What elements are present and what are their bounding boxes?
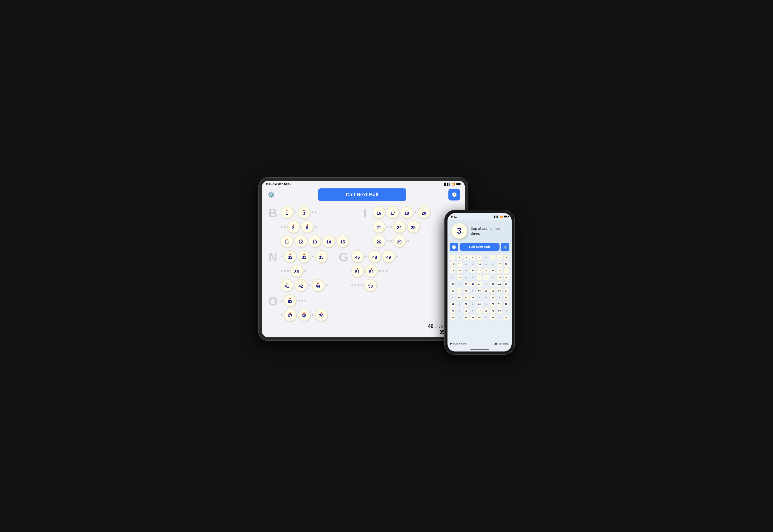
ball-11: B11	[281, 235, 293, 247]
i-row-1: I16 I17 I18 I20	[373, 206, 430, 219]
mini-ball-11: 11	[456, 261, 462, 267]
signal-icon: ▌▌▌▌	[444, 183, 450, 185]
mini-ball-24: 24	[483, 268, 489, 274]
mini-ball-25: 25	[490, 268, 496, 274]
mini-ball-51: 51	[483, 288, 489, 294]
history-button[interactable]: 🕐	[448, 189, 460, 200]
iphone-settings-button[interactable]: ⚙️	[501, 243, 509, 251]
mini-ball-20: 20	[456, 268, 462, 274]
i-label: I	[359, 206, 371, 220]
iphone-time: 9:41	[451, 215, 457, 218]
ball-15: B15	[336, 235, 349, 247]
iphone-called-info: 64 balls called	[450, 342, 466, 345]
mini-ball-90: 90	[503, 315, 509, 321]
mini-ball-75: 75	[463, 308, 469, 314]
b-row-1: B1 B3	[281, 206, 349, 219]
mini-ball-68: 68	[477, 301, 483, 307]
mini-ball-64: 64	[450, 301, 456, 307]
mini-ball-36: 36	[503, 274, 509, 280]
mini-ball-18: 18	[503, 261, 509, 267]
iphone-screen: 9:41 ▌▌▌ 📶 3 Cup of tea, number three.	[447, 213, 512, 351]
ball-12: B12	[295, 235, 307, 247]
iphone-clock-icon: 🕐	[452, 245, 456, 249]
iphone-gear-icon: ⚙️	[503, 245, 507, 249]
mini-ball-9: 9	[503, 254, 509, 260]
ball-26: I26	[373, 235, 385, 247]
mini-ball-35: 35	[497, 274, 503, 280]
mini-ball-78: 78	[483, 308, 489, 314]
b-row-2: B8 B9	[281, 220, 349, 233]
ball-17: I17	[387, 206, 399, 219]
ball-16: I16	[373, 206, 385, 219]
iphone-status-icons: ▌▌▌ 📶	[494, 216, 508, 218]
i-row-2: I21 I24 I25	[373, 220, 430, 233]
mini-ball-27: 27	[503, 268, 509, 274]
i-row-3: I26 I29	[373, 235, 430, 247]
mini-ball-53: 53	[497, 288, 503, 294]
balls-remaining-count: 35	[439, 329, 445, 335]
n-row-1: N32 N33 N35	[281, 250, 328, 263]
ball-33: N33	[298, 250, 310, 263]
ball-13: B13	[309, 235, 321, 247]
iphone-grid: 1234578910111417181920222324252627293233…	[447, 253, 512, 341]
ball-59: G59	[364, 279, 377, 292]
ball-1: B1	[281, 206, 293, 219]
ball-21: I21	[373, 220, 385, 233]
mini-ball-29: 29	[456, 274, 462, 280]
mini-ball-72: 72	[503, 301, 509, 307]
board-footer: 40 of 75 balls called 35 remaining	[262, 322, 465, 337]
mini-ball-26: 26	[497, 268, 503, 274]
ball-32: N32	[284, 250, 296, 263]
mini-ball-1: 1	[450, 254, 456, 260]
ball-49: G49	[382, 250, 395, 263]
mini-ball-77: 77	[477, 308, 483, 314]
iphone-status-bar: 9:41 ▌▌▌ 📶	[447, 213, 512, 220]
mini-ball-86: 86	[477, 315, 483, 321]
ball-20: I20	[418, 206, 430, 219]
ipad-device: 9:41 AM Mon Sep 9 ▌▌▌▌ 📶 ⚙️ Call Next Ba…	[259, 178, 468, 340]
iphone-signal-icon: ▌▌▌	[494, 216, 499, 218]
ball-8: B8	[287, 220, 300, 233]
g-row-2: G51 G52	[351, 265, 398, 277]
mini-ball-46: 46	[450, 288, 456, 294]
mini-ball-80: 80	[497, 308, 503, 314]
current-ball-number: 3	[457, 226, 461, 236]
iphone-history-button[interactable]: 🕐	[450, 243, 458, 251]
ball-39: N39	[290, 265, 303, 277]
mini-ball-23: 23	[477, 268, 483, 274]
n-row-2: N39	[281, 265, 328, 277]
call-next-ball-button[interactable]: Call Next Ball	[318, 188, 406, 201]
o-row-2: O67 O68 O70	[281, 309, 328, 321]
iphone-bottom-bar: 64 balls called 26 remaining	[447, 341, 512, 347]
mini-ball-66: 66	[463, 301, 469, 307]
mini-ball-73: 73	[450, 308, 456, 314]
ball-24: I24	[393, 220, 406, 233]
settings-button[interactable]: ⚙️	[267, 190, 276, 199]
b-label: B	[267, 206, 279, 220]
mini-ball-10: 10	[450, 261, 456, 267]
ball-3: B3	[298, 206, 310, 219]
mini-ball-17: 17	[497, 261, 503, 267]
ball-52: G52	[365, 265, 378, 277]
ball-14: B14	[322, 235, 335, 247]
gear-icon: ⚙️	[268, 191, 275, 198]
mini-ball-88: 88	[490, 315, 496, 321]
balls-called-count: 40	[428, 323, 433, 329]
ipad-time: 9:41 AM Mon Sep 9	[266, 182, 292, 186]
ipad-status-bar: 9:41 AM Mon Sep 9 ▌▌▌▌ 📶	[262, 181, 465, 187]
ball-41: N41	[281, 279, 293, 292]
g-label: G	[337, 250, 350, 264]
ball-25: I25	[407, 220, 420, 233]
ball-42: N42	[295, 279, 307, 292]
mini-ball-44: 44	[497, 281, 503, 287]
iphone-call-next-button[interactable]: Call Next Ball	[460, 243, 500, 251]
mini-ball-32: 32	[477, 274, 483, 280]
ball-48: G48	[368, 250, 381, 263]
mini-ball-40: 40	[470, 281, 476, 287]
mini-ball-7: 7	[490, 254, 496, 260]
mini-ball-37: 37	[450, 281, 456, 287]
mini-ball-79: 79	[490, 308, 496, 314]
ball-9: B9	[301, 220, 314, 233]
mini-ball-84: 84	[463, 315, 469, 321]
g-row-3: G59	[351, 279, 398, 292]
